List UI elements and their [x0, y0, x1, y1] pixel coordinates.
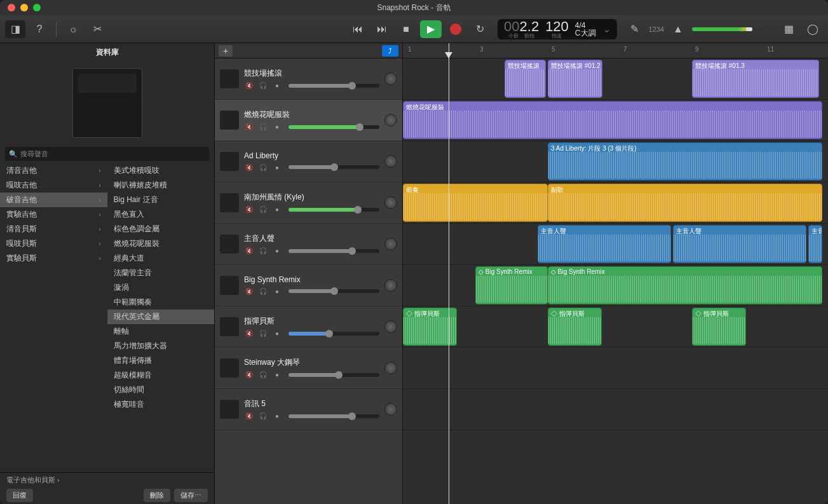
input-button[interactable]: ● [272, 247, 282, 255]
input-button[interactable]: ● [272, 287, 282, 296]
region[interactable]: 主音人聲 [538, 225, 671, 263]
input-button[interactable]: ● [272, 163, 282, 172]
track-volume-slider[interactable] [288, 208, 379, 212]
track-lane[interactable]: 3 Ad Liberty: 片段 3 (3 個片段) [403, 141, 828, 182]
solo-button[interactable]: 🎧 [258, 287, 268, 296]
list-item[interactable]: 棕色色調金屬 [107, 222, 215, 236]
track-lane[interactable] [403, 348, 828, 389]
track-lane[interactable]: 競技場搖滾競技場搖滾 #01.2競技場搖滾 #01.3 [403, 58, 828, 100]
region[interactable]: 前奏 [403, 184, 548, 222]
list-item[interactable]: 黑色直入 [107, 207, 215, 222]
track-volume-slider[interactable] [288, 165, 379, 169]
pan-knob[interactable] [384, 320, 397, 333]
close-icon[interactable] [8, 4, 15, 11]
list-item[interactable]: 實驗吉他› [0, 207, 107, 222]
input-button[interactable]: ● [272, 412, 282, 421]
timeline-workspace[interactable]: 1357911 競技場搖滾競技場搖滾 #01.2競技場搖滾 #01.3燃燒花呢服… [403, 43, 828, 504]
search-input[interactable]: 🔍 搜尋聲音 [5, 147, 209, 161]
pan-knob[interactable] [384, 114, 397, 126]
delete-button[interactable]: 刪除 [144, 489, 170, 502]
save-button[interactable]: 儲存⋯ [174, 489, 208, 502]
region[interactable]: ◇ Big Synth Remix [548, 266, 822, 304]
rewind-button[interactable]: ⏮ [348, 20, 368, 38]
track-header[interactable]: 音訊 5🔇🎧● [215, 389, 402, 430]
list-item[interactable]: 喇叭褲嬉皮堆積 [107, 178, 215, 193]
list-item[interactable]: 清音貝斯› [0, 222, 107, 236]
list-item[interactable]: 離軸 [107, 324, 215, 339]
region[interactable]: 競技場搖滾 #01.2 [548, 60, 602, 98]
list-item[interactable]: 清音吉他› [0, 163, 107, 178]
region[interactable]: ◇ Big Synth Remix [475, 266, 548, 304]
pan-knob[interactable] [384, 196, 397, 209]
list-item[interactable]: 法蘭管主音 [107, 266, 215, 280]
region[interactable]: ◇ 指彈貝斯 [692, 308, 746, 346]
input-button[interactable]: ● [272, 205, 282, 214]
mute-button[interactable]: 🔇 [244, 371, 254, 379]
track-lane[interactable]: ◇ Big Synth Remix◇ Big Synth Remix [403, 265, 828, 306]
solo-button[interactable]: 🎧 [258, 123, 268, 132]
track-header[interactable]: 指彈貝斯🔇🎧● [215, 306, 402, 348]
input-button[interactable]: ● [272, 329, 282, 338]
list-item[interactable]: 嘎吱吉他› [0, 178, 107, 193]
metronome-icon[interactable]: ▲ [668, 20, 688, 38]
region[interactable]: ◇ 指彈貝斯 [548, 308, 602, 346]
mute-button[interactable]: 🔇 [244, 123, 254, 132]
notepad-button[interactable]: ▦ [778, 20, 799, 38]
track-volume-slider[interactable] [288, 249, 379, 253]
solo-button[interactable]: 🎧 [258, 329, 268, 338]
pan-knob[interactable] [384, 362, 397, 374]
count-in-display[interactable]: 1234 [649, 25, 664, 33]
pan-knob[interactable] [384, 72, 397, 85]
pan-knob[interactable] [384, 155, 397, 168]
restore-button[interactable]: 回復 [6, 489, 33, 502]
pan-knob[interactable] [384, 279, 397, 292]
region[interactable]: 主音人聲 [673, 225, 806, 263]
master-volume-slider[interactable] [692, 27, 762, 31]
solo-button[interactable]: 🎧 [258, 81, 268, 90]
play-button[interactable]: ▶ [420, 20, 442, 38]
track-volume-slider[interactable] [288, 373, 379, 377]
region[interactable]: 競技場搖滾 #01.3 [692, 60, 819, 98]
pan-knob[interactable] [384, 403, 397, 416]
scissors-icon[interactable]: ✂ [87, 20, 107, 38]
time-signature[interactable]: 4/4 [575, 22, 586, 29]
track-lane[interactable]: 主音人聲主音人聲主音人 [403, 224, 828, 265]
region[interactable]: 主音人 [808, 225, 822, 263]
smart-controls-icon[interactable]: ✎ [625, 20, 645, 38]
lcd-display[interactable]: 002.2 小節 節拍 120 拍速 4/4 C大調 ⌄ [498, 19, 616, 39]
input-button[interactable]: ● [272, 81, 282, 90]
track-lane[interactable]: 前奏副歌 [403, 182, 828, 224]
track-header[interactable]: 燃燒花呢服裝🔇🎧● [215, 100, 402, 141]
track-volume-slider[interactable] [288, 84, 379, 88]
solo-button[interactable]: 🎧 [258, 247, 268, 255]
loops-button[interactable]: ◯ [803, 20, 823, 38]
list-item[interactable]: 現代英式金屬 [107, 310, 215, 324]
track-lane[interactable]: ◇ 指彈貝斯◇ 指彈貝斯◇ 指彈貝斯 [403, 306, 828, 348]
list-item[interactable]: 美式堆積嘎吱 [107, 163, 215, 178]
list-item[interactable]: 切絲時間 [107, 383, 215, 397]
catch-playhead-button[interactable]: ⤴ [382, 45, 398, 57]
cycle-button[interactable]: ↻ [470, 20, 490, 38]
mute-button[interactable]: 🔇 [244, 205, 254, 214]
help-button[interactable]: ? [29, 20, 50, 38]
list-item[interactable]: 漩渦 [107, 280, 215, 295]
track-lane[interactable] [403, 389, 828, 430]
library-toggle-button[interactable]: ◨ [5, 20, 25, 38]
list-item[interactable]: 嘎吱貝斯› [0, 236, 107, 251]
breadcrumb[interactable]: 電子吉他和貝斯 › [6, 475, 60, 485]
list-item[interactable]: 燃燒花呢服裝 [107, 236, 215, 251]
track-lane[interactable]: 燃燒花呢服裝 [403, 100, 828, 141]
ruler[interactable]: 1357911 [403, 43, 828, 58]
track-header[interactable]: Steinway 大鋼琴🔇🎧● [215, 348, 402, 389]
track-volume-slider[interactable] [288, 125, 379, 129]
list-item[interactable]: Big Hair 泛音 [107, 193, 215, 207]
minimize-icon[interactable] [20, 4, 28, 11]
zoom-icon[interactable] [33, 4, 41, 11]
track-header[interactable]: Big Synth Remix🔇🎧● [215, 265, 402, 306]
track-header[interactable]: 南加州風情 (Kyle)🔇🎧● [215, 182, 402, 224]
track-header[interactable]: Ad Liberty🔇🎧● [215, 141, 402, 182]
solo-button[interactable]: 🎧 [258, 412, 268, 421]
list-item[interactable]: 經典大道 [107, 251, 215, 266]
mute-button[interactable]: 🔇 [244, 163, 254, 172]
mute-button[interactable]: 🔇 [244, 287, 254, 296]
